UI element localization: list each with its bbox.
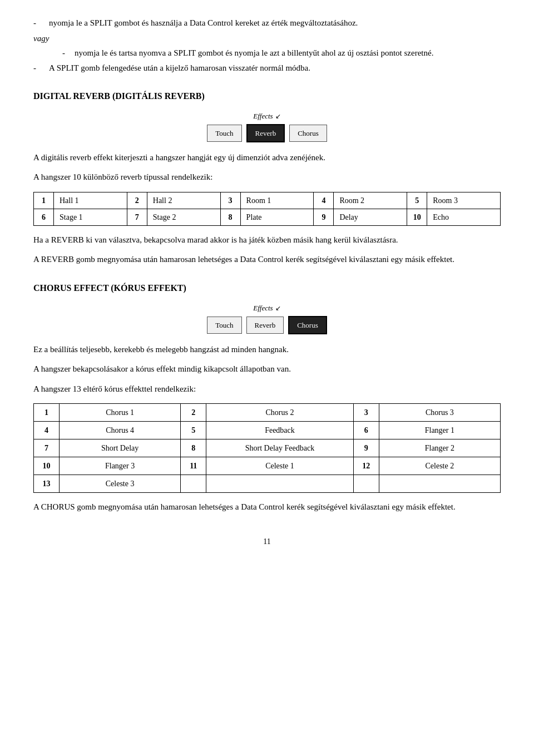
bullet-text-3: A SPLIT gomb felengedése után a kijelző … [49, 62, 501, 75]
reverb-label-2: Hall 2 [147, 192, 220, 209]
chorus-num-8: 8 [181, 439, 206, 457]
reverb-chorus-btn[interactable]: Chorus [289, 125, 327, 142]
reverb-num-6: 6 [34, 209, 54, 225]
chorus-label-3: Chorus 3 [379, 403, 500, 421]
bullet-text-2: nyomja le és tartsa nyomva a SPLIT gombo… [75, 47, 501, 60]
chorus-label-8: Short Delay Feedback [206, 439, 353, 457]
chorus-label-12: Celeste 2 [379, 457, 500, 475]
chorus-num-empty1 [181, 475, 206, 492]
chorus-num-6: 6 [353, 421, 379, 439]
chorus-label-1: Chorus 1 [60, 403, 181, 421]
chorus-reverb-btn[interactable]: Reverb [246, 317, 284, 334]
bullet-row-3: - A SPLIT gomb felengedése után a kijelz… [33, 62, 501, 75]
reverb-desc1: A digitális reverb effekt kiterjeszti a … [33, 151, 501, 164]
chorus-label-5: Feedback [206, 421, 353, 439]
reverb-table: 1 Hall 1 2 Hall 2 3 Room 1 4 Room 2 5 Ro… [33, 192, 501, 226]
chorus-table-row-3: 7 Short Delay 8 Short Delay Feedback 9 F… [34, 439, 501, 457]
vagy-label: vagy [33, 32, 61, 45]
reverb-reverb-btn[interactable]: Reverb [246, 124, 285, 143]
chorus-table-row-4: 10 Flanger 3 11 Celeste 1 12 Celeste 2 [34, 457, 501, 475]
page-content: - nyomja le a SPLIT gombot és használja … [33, 17, 501, 547]
reverb-label-7: Stage 2 [147, 209, 220, 225]
chorus-touch-btn[interactable]: Touch [207, 317, 241, 334]
chorus-effects-arrow: ↙ [275, 303, 281, 313]
reverb-num-9: 9 [314, 209, 334, 225]
reverb-buttons-row: Touch Reverb Chorus [207, 124, 327, 143]
page-number: 11 [33, 536, 501, 547]
chorus-num-11: 11 [181, 457, 206, 475]
chorus-num-4: 4 [34, 421, 60, 439]
chorus-num-12: 12 [353, 457, 379, 475]
chorus-num-empty2 [353, 475, 379, 492]
chorus-label-7: Short Delay [60, 439, 181, 457]
chorus-label-2: Chorus 2 [206, 403, 353, 421]
chorus-table-row-2: 4 Chorus 4 5 Feedback 6 Flanger 1 [34, 421, 501, 439]
chorus-num-1: 1 [34, 403, 60, 421]
reverb-label-8: Plate [240, 209, 314, 225]
chorus-effect-heading: CHORUS EFFECT (KÓRUS EFFEKT) [33, 281, 501, 295]
reverb-label-6: Stage 1 [54, 209, 127, 225]
dash-1: - [33, 17, 49, 29]
reverb-num-8: 8 [220, 209, 240, 225]
reverb-num-1: 1 [34, 192, 54, 209]
reverb-label-3: Room 1 [240, 192, 314, 209]
chorus-effects-diagram: Effects ↙ Touch Reverb Chorus [33, 303, 501, 334]
reverb-effects-diagram: Effects ↙ Touch Reverb Chorus [33, 111, 501, 142]
chorus-effects-label: Effects [253, 303, 273, 314]
chorus-desc2: A hangszer bekapcsolásakor a kórus effek… [33, 363, 501, 375]
digital-reverb-heading: DIGITAL REVERB (DIGITÁLIS REVERB) [33, 90, 501, 103]
reverb-num-7: 7 [127, 209, 147, 225]
bullet-text-1: nyomja le a SPLIT gombot és használja a … [49, 17, 501, 29]
chorus-label-9: Flanger 2 [379, 439, 500, 457]
chorus-chorus-btn[interactable]: Chorus [288, 316, 327, 335]
dash-3: - [33, 62, 49, 75]
reverb-num-4: 4 [314, 192, 334, 209]
reverb-label-1: Hall 1 [54, 192, 127, 209]
chorus-num-10: 10 [34, 457, 60, 475]
reverb-effects-label-row: Effects ↙ [253, 111, 280, 122]
chorus-buttons-row: Touch Reverb Chorus [207, 316, 327, 335]
chorus-table-row-1: 1 Chorus 1 2 Chorus 2 3 Chorus 3 [34, 403, 501, 421]
chorus-label-10: Flanger 3 [60, 457, 181, 475]
chorus-effects-label-row: Effects ↙ [253, 303, 280, 314]
top-section: - nyomja le a SPLIT gombot és használja … [33, 17, 501, 74]
bullet-row-2: - nyomja le és tartsa nyomva a SPLIT gom… [62, 47, 501, 60]
reverb-label-10: Echo [427, 209, 501, 225]
reverb-num-3: 3 [220, 192, 240, 209]
reverb-label-4: Room 2 [334, 192, 407, 209]
reverb-num-2: 2 [127, 192, 147, 209]
chorus-desc1: Ez a beállítás teljesebb, kerekebb és me… [33, 343, 501, 356]
dash-2: - [62, 47, 75, 60]
chorus-num-7: 7 [34, 439, 60, 457]
reverb-touch-btn[interactable]: Touch [207, 125, 241, 142]
chorus-label-empty1 [206, 475, 353, 492]
reverb-table-row-1: 1 Hall 1 2 Hall 2 3 Room 1 4 Room 2 5 Ro… [34, 192, 501, 209]
reverb-num-10: 10 [407, 209, 427, 225]
reverb-desc3: Ha a REVERB ki van választva, bekapcsolv… [33, 234, 501, 246]
reverb-label-9: Delay [334, 209, 407, 225]
chorus-label-4: Chorus 4 [60, 421, 181, 439]
chorus-num-3: 3 [353, 403, 379, 421]
reverb-label-5: Room 3 [427, 192, 501, 209]
bullet-row-1: - nyomja le a SPLIT gombot és használja … [33, 17, 501, 29]
chorus-label-11: Celeste 1 [206, 457, 353, 475]
chorus-label-6: Flanger 1 [379, 421, 500, 439]
reverb-effects-arrow: ↙ [275, 111, 281, 121]
chorus-num-5: 5 [181, 421, 206, 439]
chorus-desc3: A hangszer 13 eltérő kórus effekttel ren… [33, 383, 501, 396]
reverb-table-row-2: 6 Stage 1 7 Stage 2 8 Plate 9 Delay 10 E… [34, 209, 501, 225]
chorus-label-empty2 [379, 475, 500, 492]
chorus-num-13: 13 [34, 475, 60, 492]
reverb-effects-label: Effects [253, 111, 273, 122]
chorus-num-2: 2 [181, 403, 206, 421]
reverb-desc2: A hangszer 10 különböző reverb típussal … [33, 171, 501, 184]
chorus-label-13: Celeste 3 [60, 475, 181, 492]
chorus-table: 1 Chorus 1 2 Chorus 2 3 Chorus 3 4 Choru… [33, 403, 501, 493]
reverb-desc4: A REVERB gomb megnyomása után hamarosan … [33, 253, 501, 266]
vagy-row: vagy [33, 32, 501, 45]
chorus-desc4: A CHORUS gomb megnyomása után hamarosan … [33, 501, 501, 513]
chorus-table-row-5: 13 Celeste 3 [34, 475, 501, 492]
chorus-num-9: 9 [353, 439, 379, 457]
reverb-num-5: 5 [407, 192, 427, 209]
